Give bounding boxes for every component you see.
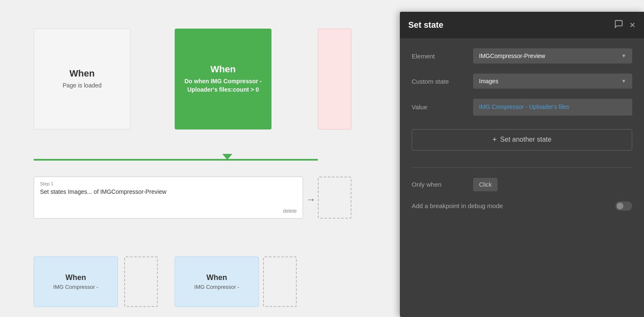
card-bottom-label-1: When bbox=[66, 273, 86, 282]
element-field-row: Element IMGCompressor-Preview ▼ bbox=[412, 48, 632, 63]
dashed-box-bottom-2[interactable] bbox=[263, 256, 297, 307]
step-description: Set states Images... of IMGCompressor-Pr… bbox=[40, 188, 297, 196]
breakpoint-toggle[interactable] bbox=[615, 201, 632, 211]
only-when-label: Only when bbox=[412, 181, 466, 188]
breakpoint-toggle-knob bbox=[617, 203, 623, 209]
breakpoint-label: Add a breakpoint in debug mode bbox=[412, 202, 503, 209]
panel-title: Set state bbox=[408, 20, 443, 30]
when-card-bottom-2[interactable]: When IMG Compressor - bbox=[175, 256, 259, 307]
connector-line bbox=[34, 159, 318, 161]
custom-state-dropdown-arrow: ▼ bbox=[621, 78, 626, 84]
when-card-bottom-1[interactable]: When IMG Compressor - bbox=[34, 256, 118, 307]
custom-state-field-row: Custom state Images ▼ bbox=[412, 74, 632, 89]
custom-state-dropdown[interactable]: Images ▼ bbox=[473, 74, 632, 89]
panel-header-icons: ✕ bbox=[614, 19, 636, 31]
step-label: Step 1 bbox=[40, 181, 297, 186]
canvas-area: When Page is loaded When Do when IMG Com… bbox=[0, 0, 644, 317]
step-box[interactable]: Step 1 Set states Images... of IMGCompre… bbox=[34, 177, 303, 219]
when-card-partial bbox=[318, 29, 351, 129]
dashed-box-bottom-1[interactable] bbox=[124, 256, 158, 307]
step-delete-link[interactable]: delete bbox=[283, 208, 297, 214]
connector-arrow bbox=[222, 154, 232, 160]
value-label: Value bbox=[412, 103, 466, 111]
plus-icon: + bbox=[492, 135, 497, 144]
custom-state-label: Custom state bbox=[412, 78, 466, 85]
card-desc-1: Page is loaded bbox=[63, 82, 102, 90]
panel-divider bbox=[412, 167, 632, 168]
when-card-img-compressor[interactable]: When Do when IMG Compressor - Uploader's… bbox=[175, 29, 271, 129]
element-field-label: Element bbox=[412, 53, 466, 60]
panel-body: Element IMGCompressor-Preview ▼ Custom s… bbox=[400, 38, 644, 317]
value-field-row: Value IMG Compressor - Uploader's files bbox=[412, 99, 632, 116]
card-bottom-desc-2: IMG Compressor - bbox=[194, 284, 240, 290]
set-another-state-button[interactable]: + Set another state bbox=[412, 129, 632, 151]
breakpoint-row: Add a breakpoint in debug mode bbox=[412, 201, 632, 211]
only-when-row: Only when Click bbox=[412, 178, 632, 191]
comment-icon[interactable] bbox=[614, 19, 623, 31]
card-bottom-desc-1: IMG Compressor - bbox=[53, 284, 98, 290]
set-another-state-label: Set another state bbox=[500, 136, 551, 143]
value-text: IMG Compressor - Uploader's files bbox=[479, 103, 569, 110]
step-arrow-icon: → bbox=[306, 194, 316, 205]
custom-state-dropdown-value: Images bbox=[479, 78, 498, 85]
when-card-page-loaded[interactable]: When Page is loaded bbox=[34, 29, 130, 129]
card-desc-2: Do when IMG Compressor - Uploader's file… bbox=[181, 77, 265, 94]
set-state-panel: Set state ✕ Element IMGCompressor-Previe… bbox=[400, 12, 644, 317]
element-dropdown-arrow: ▼ bbox=[621, 53, 626, 59]
dashed-box-next-step[interactable] bbox=[318, 177, 351, 219]
card-when-label-1: When bbox=[69, 68, 95, 79]
only-when-value[interactable]: Click bbox=[473, 178, 498, 191]
card-bottom-label-2: When bbox=[207, 273, 227, 282]
element-dropdown[interactable]: IMGCompressor-Preview ▼ bbox=[473, 48, 632, 63]
element-dropdown-value: IMGCompressor-Preview bbox=[479, 53, 545, 59]
card-when-label-2: When bbox=[210, 64, 236, 75]
close-icon[interactable]: ✕ bbox=[629, 21, 636, 30]
value-box[interactable]: IMG Compressor - Uploader's files bbox=[473, 99, 632, 116]
panel-header: Set state ✕ bbox=[400, 12, 644, 38]
